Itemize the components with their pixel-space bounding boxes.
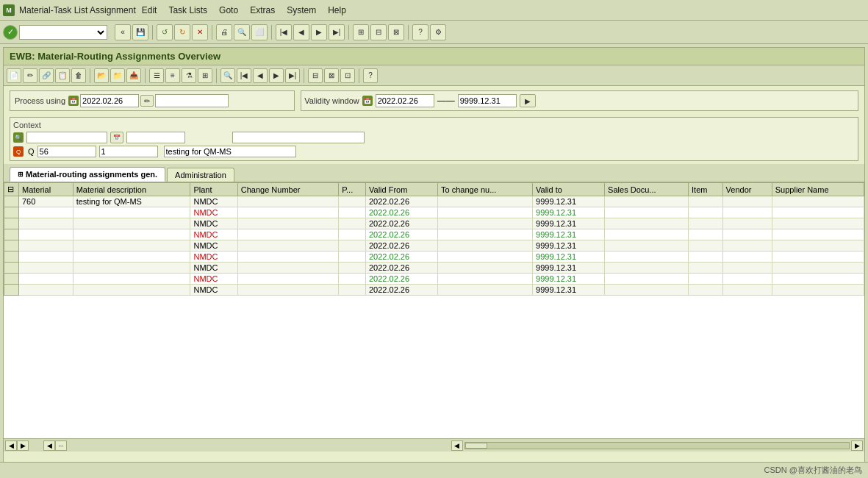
h-scroll-track[interactable] (465, 442, 850, 449)
row-select-cell[interactable] (4, 252, 19, 263)
btn2-j[interactable]: ⊞ (198, 68, 212, 83)
row-select-cell[interactable] (4, 229, 19, 240)
table-row[interactable]: NMDC2022.02.269999.12.31 (4, 263, 864, 274)
table-row[interactable]: NMDC2022.02.269999.12.31 (4, 252, 864, 263)
btn2-f[interactable]: 📁 (110, 68, 125, 83)
btn-c[interactable]: ⊠ (388, 24, 404, 40)
context-field3[interactable] (99, 146, 158, 157)
menu-task-lists[interactable]: Task Lists (168, 5, 207, 15)
next-page-btn[interactable]: ▶ (311, 24, 327, 40)
help-btn[interactable]: ? (412, 24, 428, 40)
prev-btn[interactable]: ⬜ (251, 24, 268, 40)
h-scroll-right[interactable]: ▶ (851, 440, 863, 451)
table-row[interactable]: NMDC2022.02.269999.12.31 (4, 218, 864, 229)
new-btn[interactable]: 📄 (7, 68, 21, 83)
refresh-btn[interactable]: ↺ (157, 24, 173, 40)
context-field1[interactable] (26, 132, 107, 143)
first-page-btn[interactable]: |◀ (276, 24, 292, 40)
context-icon1[interactable]: 🔍 (13, 132, 24, 143)
row-select-cell[interactable] (4, 218, 19, 229)
btn2-g[interactable]: 📥 (126, 68, 141, 83)
prev-page-btn[interactable]: ◀ (293, 24, 309, 40)
scroll-left-btn[interactable]: ◀ (5, 440, 17, 451)
process-using-date[interactable] (80, 94, 139, 107)
btn-a[interactable]: ⊞ (353, 24, 369, 40)
btn2-m[interactable]: ⊟ (308, 68, 323, 83)
context-field2[interactable] (126, 132, 185, 143)
menu-system[interactable]: System (287, 5, 316, 15)
cell-to_change_nu (438, 207, 533, 218)
customiz-btn[interactable]: ⚙ (430, 24, 446, 40)
context-desc-field[interactable] (232, 132, 365, 143)
context-description[interactable] (164, 146, 296, 157)
btn2-l[interactable]: |◀ (237, 68, 251, 83)
btn2-prev[interactable]: ◀ (253, 68, 268, 83)
find-btn[interactable]: 🔍 (234, 24, 250, 40)
row-select-cell[interactable] (4, 263, 19, 274)
tab-administration[interactable]: Administration (167, 168, 234, 182)
save-btn[interactable]: 💾 (132, 24, 148, 40)
context-icon2[interactable]: Q (13, 146, 24, 157)
menu-help[interactable]: Help (328, 5, 346, 15)
btn2-next[interactable]: ▶ (269, 68, 284, 83)
btn2-k[interactable]: 🔍 (220, 68, 235, 83)
validity-goto-btn[interactable]: ▶ (520, 94, 536, 107)
menu-edit[interactable]: Edit (142, 5, 157, 15)
table-row[interactable]: NMDC2022.02.269999.12.31 (4, 229, 864, 240)
btn2-last[interactable]: ▶| (285, 68, 300, 83)
process-using-field2[interactable] (155, 94, 229, 107)
process-using-group: Process using 📅 ✏ (10, 90, 295, 111)
table-row[interactable]: 760testing for QM-MSNMDC2022.02.269999.1… (4, 196, 864, 207)
table-container[interactable]: ⊟ Material Material description Plant Ch… (4, 182, 864, 438)
cell-valid_to: 9999.12.31 (533, 285, 605, 296)
h-scroll-left[interactable]: ◀ (451, 440, 463, 451)
table-row[interactable]: NMDC2022.02.269999.12.31 (4, 207, 864, 218)
nav-back-btn[interactable]: « (115, 24, 131, 40)
scroll-right-btn[interactable]: ▶ (17, 440, 29, 451)
cell-valid_from: 2022.02.26 (366, 252, 438, 263)
command-field[interactable] (19, 25, 107, 40)
scroll-prev-btn[interactable]: ◀ (43, 440, 55, 451)
copy-btn[interactable]: 📋 (55, 68, 70, 83)
menu-goto[interactable]: Goto (219, 5, 238, 15)
row-select-cell[interactable] (4, 196, 19, 207)
edit-btn[interactable]: ✏ (23, 68, 37, 83)
print-btn[interactable]: 🖨 (216, 24, 232, 40)
scroll-dots-btn[interactable]: ··· (55, 440, 67, 451)
validity-to-input[interactable] (458, 94, 517, 107)
table-row[interactable]: NMDC2022.02.269999.12.31 (4, 240, 864, 252)
validity-date-icon[interactable]: 📅 (362, 96, 373, 106)
row-select-cell[interactable] (4, 240, 19, 252)
btn2-e[interactable]: 📂 (94, 68, 109, 83)
process-pencil-btn[interactable]: ✏ (140, 95, 154, 107)
row-select-cell[interactable] (4, 207, 19, 218)
stop-btn[interactable]: ✕ (192, 24, 208, 40)
row-select-cell[interactable] (4, 285, 19, 296)
cell-to_change_nu (438, 240, 533, 252)
context-number[interactable] (37, 146, 96, 157)
horizontal-scroll-bar[interactable]: ◀ ▶ ◀ ··· ◀ ▶ (4, 438, 864, 452)
tab-material-routing[interactable]: ⊞ Material-routing assignments gen. (10, 167, 165, 182)
cell-sales_docu (605, 263, 689, 274)
btn2-h[interactable]: ☰ (149, 68, 164, 83)
redo-btn[interactable]: ↻ (174, 24, 190, 40)
row-select-cell[interactable] (4, 274, 19, 285)
btn-b[interactable]: ⊟ (370, 24, 387, 40)
filter-btn[interactable]: ⚗ (182, 68, 196, 83)
menu-extras[interactable]: Extras (250, 5, 275, 15)
details-btn[interactable]: 🔗 (39, 68, 54, 83)
btn2-o[interactable]: ⊡ (340, 68, 355, 83)
process-date-icon[interactable]: 📅 (68, 96, 79, 106)
table-row[interactable]: NMDC2022.02.269999.12.31 (4, 274, 864, 285)
help2-btn[interactable]: ? (363, 68, 378, 83)
btn2-n[interactable]: ⊠ (324, 68, 339, 83)
cell-valid_to: 9999.12.31 (533, 196, 605, 207)
validity-from-input[interactable] (376, 94, 434, 107)
col-select-header[interactable]: ⊟ (4, 183, 19, 196)
context-calendar-btn[interactable]: 📅 (110, 132, 123, 143)
last-page-btn[interactable]: ▶| (329, 24, 345, 40)
table-row[interactable]: NMDC2022.02.269999.12.31 (4, 285, 864, 296)
delete-btn[interactable]: 🗑 (71, 68, 86, 83)
h-scroll-thumb[interactable] (465, 443, 487, 449)
btn2-i[interactable]: ≡ (165, 68, 180, 83)
